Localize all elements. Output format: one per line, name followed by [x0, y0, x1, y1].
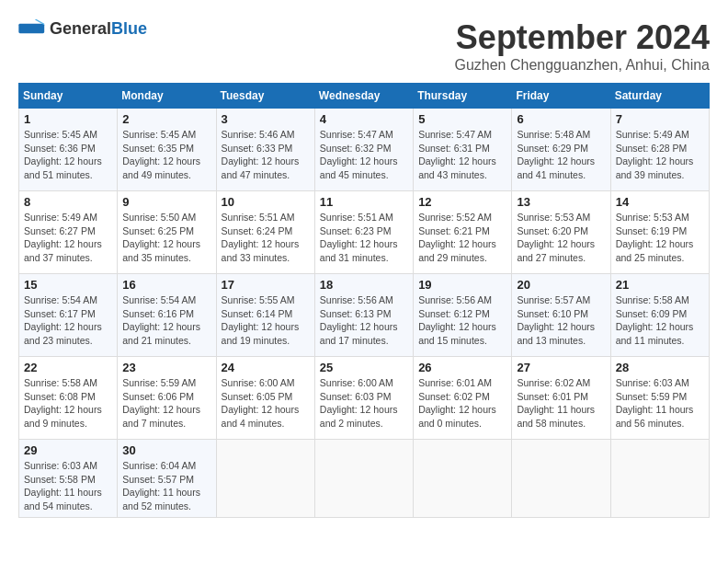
day-number: 2: [122, 112, 210, 126]
day-number: 18: [320, 278, 408, 292]
calendar-week-row: 15Sunrise: 5:54 AMSunset: 6:17 PMDayligh…: [19, 274, 710, 357]
day-info: Sunrise: 5:48 AMSunset: 6:29 PMDaylight:…: [517, 128, 605, 182]
day-info: Sunrise: 5:55 AMSunset: 6:14 PMDaylight:…: [222, 293, 310, 348]
calendar-week-row: 8Sunrise: 5:49 AMSunset: 6:27 PMDaylight…: [19, 191, 710, 274]
day-info: Sunrise: 6:01 AMSunset: 6:02 PMDaylight:…: [418, 376, 506, 431]
day-info: Sunrise: 5:51 AMSunset: 6:23 PMDaylight:…: [320, 211, 408, 265]
day-number: 15: [24, 278, 112, 292]
day-info: Sunrise: 5:58 AMSunset: 6:09 PMDaylight:…: [616, 293, 704, 348]
calendar-cell: 10Sunrise: 5:51 AMSunset: 6:24 PMDayligh…: [216, 191, 314, 274]
day-info: Sunrise: 6:02 AMSunset: 6:01 PMDaylight:…: [517, 376, 605, 431]
day-info: Sunrise: 5:52 AMSunset: 6:21 PMDaylight:…: [418, 211, 506, 265]
calendar-header-saturday: Saturday: [610, 84, 709, 109]
day-number: 20: [517, 278, 605, 292]
day-info: Sunrise: 5:46 AMSunset: 6:33 PMDaylight:…: [222, 128, 310, 182]
month-year-title: September 2024: [454, 18, 710, 57]
calendar-cell: 3Sunrise: 5:46 AMSunset: 6:33 PMDaylight…: [216, 109, 314, 191]
calendar-cell: 19Sunrise: 5:56 AMSunset: 6:12 PMDayligh…: [414, 274, 512, 357]
day-info: Sunrise: 5:45 AMSunset: 6:35 PMDaylight:…: [122, 128, 210, 182]
calendar-week-row: 1Sunrise: 5:45 AMSunset: 6:36 PMDaylight…: [19, 109, 710, 191]
calendar-cell: 23Sunrise: 5:59 AMSunset: 6:06 PMDayligh…: [118, 357, 216, 440]
day-number: 19: [418, 278, 506, 292]
day-number: 21: [616, 278, 704, 292]
logo: General Blue: [18, 18, 147, 39]
calendar-header-row: SundayMondayTuesdayWednesdayThursdayFrid…: [19, 84, 710, 109]
day-info: Sunrise: 5:50 AMSunset: 6:25 PMDaylight:…: [122, 211, 210, 265]
day-number: 26: [418, 361, 506, 374]
calendar-cell: 16Sunrise: 5:54 AMSunset: 6:16 PMDayligh…: [118, 274, 216, 357]
day-number: 13: [517, 195, 605, 209]
day-info: Sunrise: 5:49 AMSunset: 6:28 PMDaylight:…: [616, 128, 704, 182]
calendar-cell: 5Sunrise: 5:47 AMSunset: 6:31 PMDaylight…: [414, 109, 512, 191]
day-info: Sunrise: 5:54 AMSunset: 6:16 PMDaylight:…: [122, 293, 210, 348]
calendar-cell: 12Sunrise: 5:52 AMSunset: 6:21 PMDayligh…: [414, 191, 512, 274]
calendar-cell: 22Sunrise: 5:58 AMSunset: 6:08 PMDayligh…: [19, 357, 118, 440]
day-info: Sunrise: 5:47 AMSunset: 6:31 PMDaylight:…: [418, 128, 506, 182]
day-number: 22: [24, 361, 112, 374]
calendar-cell: 8Sunrise: 5:49 AMSunset: 6:27 PMDaylight…: [19, 191, 118, 274]
day-number: 16: [122, 278, 210, 292]
calendar-cell: [610, 440, 709, 518]
calendar-cell: 18Sunrise: 5:56 AMSunset: 6:13 PMDayligh…: [314, 274, 413, 357]
calendar-header-wednesday: Wednesday: [314, 84, 413, 109]
day-number: 6: [517, 112, 605, 126]
day-number: 17: [222, 278, 310, 292]
day-number: 28: [616, 361, 704, 374]
day-number: 11: [320, 195, 408, 209]
calendar-cell: 7Sunrise: 5:49 AMSunset: 6:28 PMDaylight…: [610, 109, 709, 191]
calendar-cell: [512, 440, 610, 518]
calendar-cell: 27Sunrise: 6:02 AMSunset: 6:01 PMDayligh…: [512, 357, 610, 440]
calendar-header-thursday: Thursday: [414, 84, 512, 109]
calendar-cell: 9Sunrise: 5:50 AMSunset: 6:25 PMDaylight…: [118, 191, 216, 274]
day-info: Sunrise: 5:53 AMSunset: 6:19 PMDaylight:…: [616, 211, 704, 265]
calendar-cell: 25Sunrise: 6:00 AMSunset: 6:03 PMDayligh…: [314, 357, 413, 440]
day-number: 10: [222, 195, 310, 209]
day-info: Sunrise: 6:00 AMSunset: 6:05 PMDaylight:…: [222, 376, 310, 431]
day-number: 1: [24, 112, 112, 126]
calendar-table: SundayMondayTuesdayWednesdayThursdayFrid…: [18, 83, 710, 518]
day-number: 5: [418, 112, 506, 126]
day-info: Sunrise: 5:45 AMSunset: 6:36 PMDaylight:…: [24, 128, 112, 182]
calendar-cell: [314, 440, 413, 518]
day-info: Sunrise: 6:04 AMSunset: 5:57 PMDaylight:…: [122, 459, 210, 513]
calendar-cell: 21Sunrise: 5:58 AMSunset: 6:09 PMDayligh…: [610, 274, 709, 357]
location-text: Guzhen Chengguanzhen, Anhui, China: [454, 57, 710, 74]
day-info: Sunrise: 5:56 AMSunset: 6:13 PMDaylight:…: [320, 293, 408, 348]
calendar-cell: 2Sunrise: 5:45 AMSunset: 6:35 PMDaylight…: [118, 109, 216, 191]
logo-general-text: General: [50, 19, 111, 39]
day-number: 7: [616, 112, 704, 126]
calendar-cell: 20Sunrise: 5:57 AMSunset: 6:10 PMDayligh…: [512, 274, 610, 357]
day-info: Sunrise: 6:03 AMSunset: 5:58 PMDaylight:…: [24, 459, 112, 513]
day-number: 30: [122, 443, 210, 457]
day-info: Sunrise: 5:57 AMSunset: 6:10 PMDaylight:…: [517, 293, 605, 348]
day-info: Sunrise: 5:58 AMSunset: 6:08 PMDaylight:…: [24, 376, 112, 431]
calendar-header-friday: Friday: [512, 84, 610, 109]
day-info: Sunrise: 5:59 AMSunset: 6:06 PMDaylight:…: [122, 376, 210, 431]
day-info: Sunrise: 5:49 AMSunset: 6:27 PMDaylight:…: [24, 211, 112, 265]
calendar-cell: 11Sunrise: 5:51 AMSunset: 6:23 PMDayligh…: [314, 191, 413, 274]
day-number: 9: [122, 195, 210, 209]
day-info: Sunrise: 5:56 AMSunset: 6:12 PMDaylight:…: [418, 293, 506, 348]
calendar-cell: 30Sunrise: 6:04 AMSunset: 5:57 PMDayligh…: [118, 440, 216, 518]
calendar-cell: 4Sunrise: 5:47 AMSunset: 6:32 PMDaylight…: [314, 109, 413, 191]
calendar-header-monday: Monday: [118, 84, 216, 109]
calendar-cell: 24Sunrise: 6:00 AMSunset: 6:05 PMDayligh…: [216, 357, 314, 440]
day-number: 25: [320, 361, 408, 374]
calendar-week-row: 29Sunrise: 6:03 AMSunset: 5:58 PMDayligh…: [19, 440, 710, 518]
calendar-cell: [414, 440, 512, 518]
calendar-header-sunday: Sunday: [19, 84, 118, 109]
logo-blue-text: Blue: [111, 19, 147, 39]
calendar-cell: 17Sunrise: 5:55 AMSunset: 6:14 PMDayligh…: [216, 274, 314, 357]
day-info: Sunrise: 6:03 AMSunset: 5:59 PMDaylight:…: [616, 376, 704, 431]
day-number: 29: [24, 443, 112, 457]
day-number: 23: [122, 361, 210, 374]
day-number: 3: [222, 112, 310, 126]
calendar-week-row: 22Sunrise: 5:58 AMSunset: 6:08 PMDayligh…: [19, 357, 710, 440]
calendar-cell: 15Sunrise: 5:54 AMSunset: 6:17 PMDayligh…: [19, 274, 118, 357]
day-info: Sunrise: 5:51 AMSunset: 6:24 PMDaylight:…: [222, 211, 310, 265]
logo-icon: [18, 18, 46, 39]
page-header: General Blue September 2024 Guzhen Cheng…: [18, 18, 710, 74]
calendar-header-tuesday: Tuesday: [216, 84, 314, 109]
calendar-cell: 13Sunrise: 5:53 AMSunset: 6:20 PMDayligh…: [512, 191, 610, 274]
svg-rect-0: [18, 24, 44, 33]
